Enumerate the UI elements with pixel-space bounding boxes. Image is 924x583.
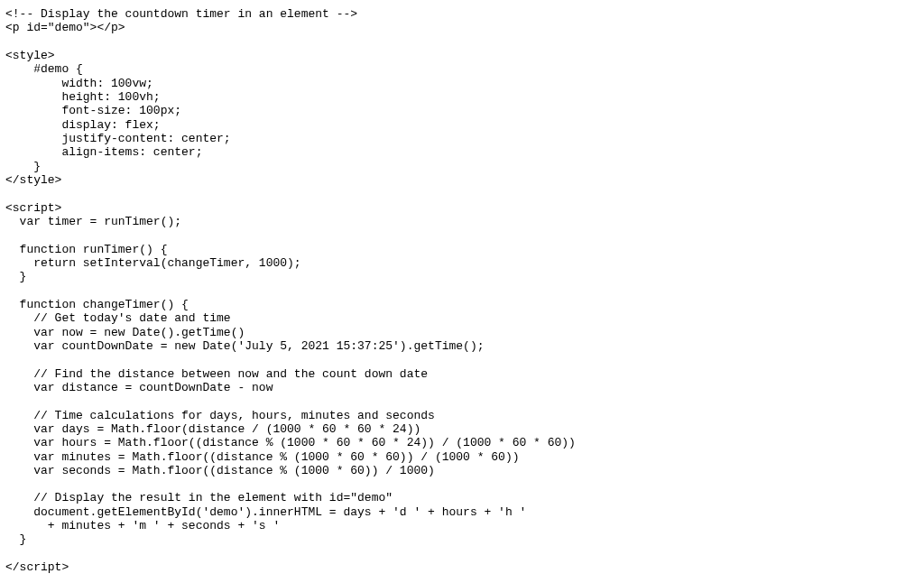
code-snippet: <!-- Display the countdown timer in an e… bbox=[0, 0, 924, 581]
